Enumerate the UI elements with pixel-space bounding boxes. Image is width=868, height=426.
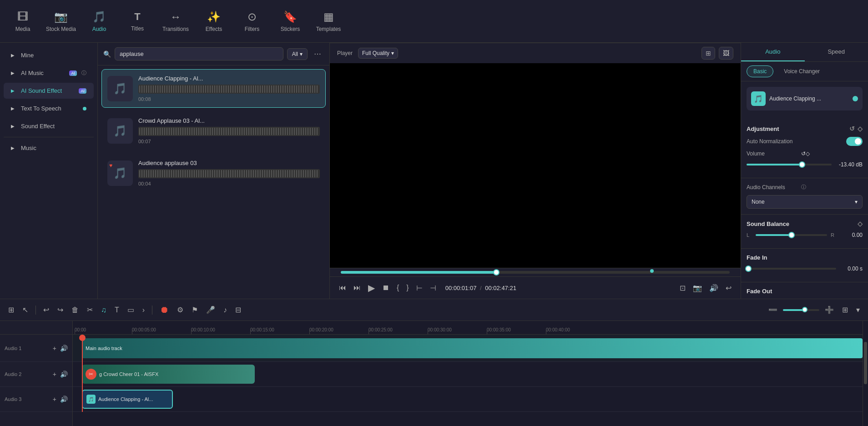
nav-transitions[interactable]: ↔ Transitions <box>157 3 194 40</box>
layers-btn[interactable]: ⊟ <box>232 304 244 316</box>
audio-clip-crowd[interactable]: ✂ g Crowd Cheer 01 - AISFX <box>82 365 255 384</box>
progress-handle-end[interactable] <box>650 269 654 273</box>
nav-effects[interactable]: ✨ Effects <box>196 3 232 40</box>
add-track2-icon[interactable]: + <box>53 371 56 378</box>
nav-stock-media[interactable]: 📷 Stock Media <box>43 3 79 40</box>
zoom-in-btn[interactable]: ➕ <box>822 304 837 316</box>
pointer-btn[interactable]: ↖ <box>20 304 31 316</box>
channels-select[interactable]: None ▾ <box>747 195 863 209</box>
mic-btn[interactable]: 🎤 <box>203 304 218 316</box>
audio-item-2[interactable]: 🎵 Crowd Applause 03 - Al... 00:07 <box>101 111 326 150</box>
mute-icon[interactable]: 🔊 <box>60 345 68 352</box>
fit-screen-btn[interactable]: ⊡ <box>678 282 687 294</box>
zoom-out-btn[interactable]: ➖ <box>766 304 780 316</box>
nav-media[interactable]: 🎞 Media <box>5 3 41 40</box>
diamond-icon[interactable]: ◇ <box>858 125 863 132</box>
grid-btn[interactable]: ⊞ <box>839 304 851 316</box>
record-btn[interactable]: ⏺ <box>157 303 172 317</box>
sidebar-item-ai-sound-effect[interactable]: ▶ AI Sound Effect AI <box>4 83 94 99</box>
fade-in-slider[interactable] <box>747 268 836 270</box>
split-btn[interactable]: ♫ <box>98 304 109 316</box>
zoom-handle[interactable] <box>802 307 807 312</box>
photo-view-btn[interactable]: 🖼 <box>719 47 733 60</box>
subtab-basic[interactable]: Basic <box>747 65 773 77</box>
playhead[interactable] <box>82 335 83 412</box>
redo-btn[interactable]: ↪ <box>55 304 66 316</box>
screenshot-btn[interactable]: 📷 <box>691 282 704 294</box>
channels-info-icon[interactable]: ⓘ <box>801 184 806 190</box>
progress-handle[interactable] <box>493 269 500 276</box>
sidebar-item-mine[interactable]: ▶ Mine <box>4 47 94 63</box>
nav-templates[interactable]: ▦ Templates <box>310 3 347 40</box>
reset-icon[interactable]: ↺ <box>849 125 855 132</box>
sound-balance-title: Sound Balance ◇ <box>747 220 863 227</box>
mute2-icon[interactable]: 🔊 <box>60 371 68 378</box>
sidebar-item-sound-effect[interactable]: ▶ Sound Effect <box>4 118 94 134</box>
expand-btn[interactable]: ⊣ <box>428 282 438 294</box>
fade-in-value: 0.00 s <box>840 266 863 272</box>
audio-item-1[interactable]: 🎵 Audience Clapping - Al... 00:08 <box>101 69 326 108</box>
audio-clip-audience[interactable]: 🎵 Audience Clapping - Al... <box>82 390 173 409</box>
bracket-in-btn[interactable]: { <box>395 282 401 294</box>
grid-view-btn[interactable]: ⊞ <box>5 304 17 316</box>
audio-item-3[interactable]: ♥ 🎵 Audience applause 03 00:04 <box>101 154 326 192</box>
stop-btn[interactable]: ⏹ <box>380 282 391 294</box>
nav-audio[interactable]: 🎵 Audio <box>81 3 117 40</box>
zoom-slider[interactable] <box>783 309 819 311</box>
ruler-35: 00:00:35:00 <box>487 327 511 332</box>
volume-handle[interactable] <box>799 161 805 168</box>
mute3-icon[interactable]: 🔊 <box>60 396 68 403</box>
bracket-out-btn[interactable]: } <box>404 282 410 294</box>
tab-speed[interactable]: Speed <box>805 43 868 61</box>
audio-waveform-2 <box>138 127 320 136</box>
nav-filters[interactable]: ⊙ Filters <box>234 3 270 40</box>
quality-select[interactable]: Full Quality ▾ <box>358 48 398 59</box>
settings-btn[interactable]: ⚙ <box>174 304 186 316</box>
add-track-icon[interactable]: + <box>53 345 56 352</box>
sidebar-item-ai-music[interactable]: ▶ AI Music AI ⓘ <box>4 65 94 81</box>
grid-view-btn[interactable]: ⊞ <box>701 47 715 60</box>
play-btn[interactable]: ▶ <box>366 281 377 295</box>
more-btn[interactable]: ↩ <box>724 282 733 294</box>
cut-btn[interactable]: ✂ <box>84 304 96 316</box>
volume-reset-icon[interactable]: ↺ <box>801 150 806 157</box>
undo-btn[interactable]: ↩ <box>40 304 52 316</box>
audio-clip-main[interactable]: Main audio track <box>82 338 863 358</box>
delete-btn[interactable]: 🗑 <box>69 304 81 316</box>
text-btn[interactable]: T <box>112 304 122 316</box>
track-labels: Audio 1 + 🔊 Audio 2 + 🔊 Audio 3 + 🔊 <box>0 321 73 426</box>
search-input[interactable] <box>115 47 283 60</box>
balance-diamond-icon[interactable]: ◇ <box>858 220 863 227</box>
more-btn[interactable]: › <box>140 304 147 316</box>
nav-stickers[interactable]: 🔖 Stickers <box>272 3 308 40</box>
frame-back-btn[interactable]: ⏭ <box>352 282 363 294</box>
prev-clip-btn[interactable]: ⊢ <box>414 282 424 294</box>
timeline-scrollbar[interactable] <box>863 321 868 426</box>
volume-slider[interactable] <box>747 164 832 165</box>
sidebar-item-music[interactable]: ▶ Music <box>4 140 94 156</box>
nav-titles[interactable]: T Titles <box>119 3 156 40</box>
skip-back-btn[interactable]: ⏮ <box>337 282 348 294</box>
add-track3-icon[interactable]: + <box>53 396 56 403</box>
nav-titles-label: Titles <box>131 25 144 32</box>
chevron-down-btn[interactable]: ▾ <box>853 304 863 316</box>
audio-info-2: Crowd Applause 03 - Al... 00:07 <box>138 117 320 144</box>
fade-in-handle[interactable] <box>745 266 752 272</box>
volume-keyframe-icon[interactable]: ◇ <box>806 150 810 157</box>
speaker-btn[interactable]: 🔊 <box>707 282 720 294</box>
filter-dropdown[interactable]: All ▾ <box>287 48 308 60</box>
sidebar-item-text-to-speech[interactable]: ▶ Text To Speech <box>4 100 94 116</box>
flag-btn[interactable]: ⚑ <box>189 304 201 316</box>
balance-handle[interactable] <box>788 232 795 238</box>
progress-bar[interactable] <box>341 271 730 274</box>
audio-btn[interactable]: ♪ <box>221 304 230 316</box>
more-options-icon[interactable]: ⋯ <box>311 48 324 60</box>
auto-norm-toggle[interactable] <box>846 137 863 146</box>
scroll-thumb[interactable] <box>864 342 867 384</box>
rect-btn[interactable]: ▭ <box>125 304 137 316</box>
balance-slider[interactable] <box>756 234 827 236</box>
subtab-voice-changer[interactable]: Voice Changer <box>777 65 827 77</box>
tab-audio[interactable]: Audio <box>741 43 805 61</box>
audio-duration-1: 00:08 <box>138 96 320 102</box>
info-icon[interactable]: ⓘ <box>81 70 86 76</box>
